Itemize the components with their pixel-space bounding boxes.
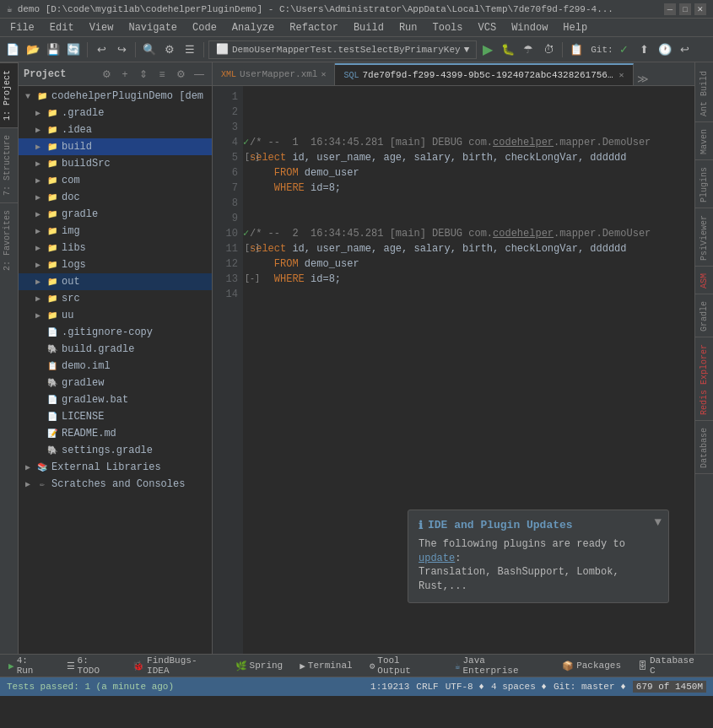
settings-button[interactable]: ⚙	[160, 40, 179, 59]
left-tab-favorites[interactable]: 2: Favorites	[0, 202, 18, 278]
tree-item-gradle-hidden[interactable]: ▶ 📁 .gradle	[19, 105, 212, 121]
tree-item-logs[interactable]: ▶ 📁 logs	[19, 256, 212, 273]
menu-file[interactable]: File	[3, 20, 41, 35]
tree-item-gradle[interactable]: ▶ 📁 gradle	[19, 206, 212, 223]
database-label[interactable]: Database	[698, 426, 710, 470]
tree-item-license[interactable]: 📄 LICENSE	[19, 408, 212, 425]
psiviewer-label[interactable]: PsiViewer	[698, 213, 710, 262]
position-indicator[interactable]: 1:19213	[370, 682, 409, 692]
project-scroll-icon[interactable]: ⇕	[136, 67, 151, 82]
vcs-button[interactable]: 📋	[567, 40, 586, 59]
run-tab-todo[interactable]: ☰ 6: TODO	[63, 654, 119, 677]
git-rollback-button[interactable]: ↩	[676, 40, 694, 59]
git-history-button[interactable]: 🕐	[656, 40, 674, 59]
run-tab-java-enterprise[interactable]: ☕ Java Enterprise	[451, 654, 548, 677]
git-push-button[interactable]: ⬆	[635, 40, 654, 59]
run-tab-packages[interactable]: 📦 Packages	[559, 659, 624, 673]
tree-item-doc[interactable]: ▶ 📁 doc	[19, 189, 212, 206]
search-button[interactable]: 🔍	[140, 40, 159, 59]
tabs-menu-button[interactable]: ≫	[634, 73, 652, 85]
project-expand-icon[interactable]: ≡	[154, 67, 170, 82]
run-tab-run[interactable]: ▶ 4: Run	[5, 654, 53, 677]
tree-item-src[interactable]: ▶ 📁 src	[19, 290, 212, 307]
menu-edit[interactable]: Edit	[43, 20, 81, 35]
menu-refactor[interactable]: Refactor	[283, 20, 345, 35]
maven-label[interactable]: Maven	[698, 127, 710, 156]
menu-vcs[interactable]: VCS	[472, 20, 504, 35]
project-hide-icon[interactable]: —	[192, 67, 207, 82]
asm-label[interactable]: ASM	[698, 272, 710, 290]
tree-item-out[interactable]: ▶ 📁 out	[19, 273, 212, 290]
run-tab-tool-output[interactable]: ⚙ Tool Output	[366, 654, 441, 677]
run-config-selector[interactable]: ⬜ DemoUserMapperTest.testSelectByPrimary…	[208, 40, 477, 59]
tree-item-settings-gradle[interactable]: 🐘 settings.gradle	[19, 442, 212, 459]
structure-button[interactable]: ☰	[181, 40, 199, 59]
git-branch-indicator[interactable]: Git: master ♦	[554, 682, 626, 692]
tree-item-gitignore[interactable]: 📄 .gitignore-copy	[19, 324, 212, 341]
tree-root[interactable]: ▼ 📁 codehelperPluginDemo [dem	[19, 88, 212, 105]
save-button[interactable]: 💾	[44, 40, 62, 59]
tree-item-idea[interactable]: ▶ 📁 .idea	[19, 121, 212, 138]
tree-item-gradlew-bat[interactable]: 📄 gradlew.bat	[19, 391, 212, 408]
plugins-label[interactable]: Plugins	[698, 165, 710, 204]
menu-view[interactable]: View	[83, 20, 121, 35]
sync-button[interactable]: 🔄	[64, 40, 83, 59]
open-button[interactable]: 📂	[24, 40, 42, 59]
tab-close-xml[interactable]: ✕	[321, 69, 326, 79]
tree-item-buildsrc[interactable]: ▶ 📁 buildSrc	[19, 155, 212, 172]
menu-analyze[interactable]: Analyze	[225, 20, 281, 35]
run-tab-spring[interactable]: 🌿 Spring	[232, 659, 287, 673]
ant-build-label[interactable]: Ant Build	[698, 69, 710, 118]
tree-item-gradlew[interactable]: 🐘 gradlew	[19, 375, 212, 391]
notification-close-button[interactable]: ▼	[655, 515, 662, 529]
minimize-button[interactable]: ─	[664, 3, 676, 15]
tree-item-libs[interactable]: ▶ 📁 libs	[19, 240, 212, 256]
menu-window[interactable]: Window	[505, 20, 554, 35]
tab-usermapper-xml[interactable]: XML UserMapper.xml ✕	[213, 63, 335, 85]
encoding-indicator[interactable]: UTF-8 ♦	[446, 682, 484, 692]
fold-mark-5[interactable]: [-]	[243, 150, 257, 165]
run-tab-database[interactable]: 🗄 Database C	[635, 654, 708, 677]
debug-button[interactable]: 🐛	[499, 40, 517, 59]
menu-tools[interactable]: Tools	[426, 20, 470, 35]
tree-item-img[interactable]: ▶ 📁 img	[19, 223, 212, 240]
menu-navigate[interactable]: Navigate	[122, 20, 184, 35]
project-plus-icon[interactable]: +	[117, 67, 132, 82]
redis-label[interactable]: Redis Explorer	[698, 342, 710, 417]
project-gear-icon[interactable]: ⚙	[99, 67, 114, 82]
git-update-button[interactable]: ✓	[615, 40, 634, 59]
run-tab-terminal[interactable]: ▶ Terminal	[296, 659, 355, 673]
left-tab-project[interactable]: 1: Project	[0, 62, 18, 127]
fold-mark-13[interactable]: [-]	[243, 272, 257, 287]
redo-button[interactable]: ↪	[112, 40, 131, 59]
notification-update-link[interactable]: update	[419, 553, 455, 564]
menu-run[interactable]: Run	[392, 20, 424, 35]
undo-button[interactable]: ↩	[92, 40, 111, 59]
fold-mark-11[interactable]: [-]	[243, 241, 257, 256]
tree-item-com[interactable]: ▶ 📁 com	[19, 172, 212, 189]
coverage-button[interactable]: ☂	[519, 40, 537, 59]
close-button[interactable]: ✕	[694, 3, 706, 15]
project-settings-icon[interactable]: ⚙	[173, 67, 188, 82]
menu-build[interactable]: Build	[347, 20, 391, 35]
run-button[interactable]: ▶	[478, 40, 497, 59]
line-ending-indicator[interactable]: CRLF	[416, 682, 438, 692]
tree-item-uu[interactable]: ▶ 📁 uu	[19, 307, 212, 324]
tree-item-build-gradle[interactable]: 🐘 build.gradle	[19, 341, 212, 358]
gradle-panel-label[interactable]: Gradle	[698, 299, 710, 333]
menu-code[interactable]: Code	[186, 20, 224, 35]
run-tab-findbugs[interactable]: 🐞 FindBugs-IDEA	[129, 654, 222, 677]
tab-sql-file[interactable]: SQL 7de70f9d-f299-4399-9b5c-1924072abc43…	[335, 63, 633, 85]
new-file-button[interactable]: 📄	[3, 40, 22, 59]
tree-item-build[interactable]: ▶ 📁 build	[19, 138, 212, 155]
profile-button[interactable]: ⏱	[539, 40, 558, 59]
tree-item-readme[interactable]: 📝 README.md	[19, 425, 212, 442]
tree-external-libraries[interactable]: ▶ 📚 External Libraries	[19, 459, 212, 476]
tab-close-sql[interactable]: ✕	[618, 70, 624, 80]
tree-scratches[interactable]: ▶ ✏ Scratches and Consoles	[19, 476, 212, 493]
tree-item-demo-iml[interactable]: 📋 demo.iml	[19, 358, 212, 375]
indent-indicator[interactable]: 4 spaces ♦	[491, 682, 547, 692]
maximize-button[interactable]: □	[679, 3, 691, 15]
left-tab-structure[interactable]: 7: Structure	[0, 127, 18, 202]
menu-help[interactable]: Help	[556, 20, 594, 35]
